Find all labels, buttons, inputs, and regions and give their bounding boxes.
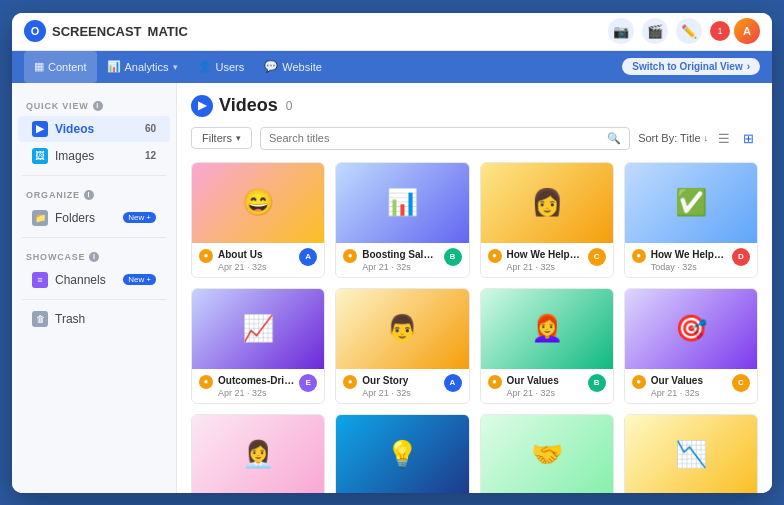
video-date: Apr 21 · 32s (362, 262, 438, 272)
video-avatar: C (732, 374, 750, 392)
organize-info-icon[interactable]: i (84, 190, 94, 200)
app-logo: O SCREENCAST MATIC (24, 20, 188, 42)
videos-count-badge: 60 (145, 123, 156, 134)
video-thumbnail: 👩‍💼 (192, 415, 324, 493)
video-date: Apr 21 · 32s (651, 388, 727, 398)
sidebar-folders-label: Folders (55, 211, 95, 225)
video-title: Our Values (507, 374, 583, 387)
switch-view-button[interactable]: Switch to Original View › (622, 58, 760, 75)
sidebar-trash-label: Trash (55, 312, 85, 326)
video-status-icon: ● (488, 375, 502, 389)
video-title: How We Helped X&Co (651, 248, 727, 261)
video-meta: Outcomes-Driven Ap... Apr 21 · 32s (218, 374, 294, 398)
video-thumbnail: 📊 (336, 163, 468, 243)
nav-content-label: Content (48, 61, 87, 73)
video-thumbnail: 🎯 (625, 289, 757, 369)
video-status-icon: ● (199, 375, 213, 389)
nav-users-label: Users (216, 61, 245, 73)
video-status-icon: ● (632, 375, 646, 389)
video-info: ● How We Helped X&Co Today · 32s D (625, 243, 757, 277)
video-date: Today · 32s (651, 262, 727, 272)
search-input[interactable] (269, 132, 601, 144)
folders-new-badge: New + (123, 212, 156, 223)
video-thumbnail: 👩‍🦰 (481, 289, 613, 369)
user-avatar[interactable]: A (734, 18, 760, 44)
showcase-info-icon[interactable]: i (89, 252, 99, 262)
quick-view-info-icon[interactable]: i (93, 101, 103, 111)
sidebar-item-images[interactable]: 🖼 Images 12 (18, 143, 170, 169)
video-card[interactable]: 👩‍🦰 ● Our Values Apr 21 · 32s B (480, 288, 614, 404)
content-area: ▶ Videos 0 Filters ▾ 🔍 Sort By: Title (177, 83, 772, 493)
video-meta: About Us Apr 21 · 32s (218, 248, 294, 272)
camera-icon[interactable]: 📷 (608, 18, 634, 44)
video-icon[interactable]: 🎬 (642, 18, 668, 44)
sort-direction-icon: ↓ (704, 133, 709, 143)
nav-item-analytics[interactable]: 📊 Analytics ▾ (97, 51, 188, 83)
video-thumbnail: 👨 (336, 289, 468, 369)
sidebar-item-channels[interactable]: ≡ Channels New + (18, 267, 170, 293)
nav-analytics-label: Analytics (125, 61, 169, 73)
video-date: Apr 21 · 32s (218, 262, 294, 272)
app-name-2: MATIC (148, 24, 188, 39)
content-title-icon: ▶ (191, 95, 213, 117)
list-view-icon[interactable]: ☰ (714, 128, 734, 148)
filter-label: Filters (202, 132, 232, 144)
video-info: ● Boosting Sales: X&Co Apr 21 · 32s B (336, 243, 468, 277)
video-title: Our Story (362, 374, 438, 387)
sort-label[interactable]: Sort By: Title ↓ (638, 132, 708, 144)
grid-view-icon[interactable]: ⊞ (738, 128, 758, 148)
channels-icon: ≡ (32, 272, 48, 288)
nav-bar-right: Switch to Original View › (622, 58, 760, 75)
organize-label: ORGANIZE i (12, 182, 176, 204)
video-meta: How We Helped X&Co Today · 32s (651, 248, 727, 272)
video-status-icon: ● (343, 375, 357, 389)
plus-icon-2: + (146, 275, 151, 284)
sidebar-item-trash[interactable]: 🗑 Trash (18, 306, 170, 332)
video-thumbnail: 🤝 (481, 415, 613, 493)
title-bar: O SCREENCAST MATIC 📷 🎬 ✏️ 1 A (12, 13, 772, 51)
video-card[interactable]: 👨 ● Our Story Apr 21 · 32s A (335, 288, 469, 404)
video-card[interactable]: ✅ ● How We Helped X&Co Today · 32s D (624, 162, 758, 278)
video-card[interactable]: 🤝 ● The Numbers: Young... Apr 21 · 32s A (480, 414, 614, 493)
sidebar-videos-label: Videos (55, 122, 94, 136)
video-card[interactable]: 📊 ● Boosting Sales: X&Co Apr 21 · 32s B (335, 162, 469, 278)
filters-button[interactable]: Filters ▾ (191, 127, 252, 149)
sidebar-divider-3 (22, 299, 166, 300)
video-grid: 😄 ● About Us Apr 21 · 32s A 📊 ● Boosting… (191, 162, 758, 493)
video-date: Apr 21 · 32s (507, 388, 583, 398)
edit-icon[interactable]: ✏️ (676, 18, 702, 44)
nav-item-website[interactable]: 💬 Website (254, 51, 332, 83)
search-icon: 🔍 (607, 132, 621, 145)
video-avatar: A (444, 374, 462, 392)
video-card[interactable]: 😄 ● About Us Apr 21 · 32s A (191, 162, 325, 278)
sidebar-divider-2 (22, 237, 166, 238)
images-icon: 🖼 (32, 148, 48, 164)
notification-badge[interactable]: 1 (710, 21, 730, 41)
video-title: How We Helped X&Co (507, 248, 583, 261)
video-card[interactable]: 📉 ● The Numbers: Young... Apr 21 · 32s B (624, 414, 758, 493)
plus-icon: + (146, 213, 151, 222)
video-meta: Our Values Apr 21 · 32s (507, 374, 583, 398)
nav-item-users[interactable]: 👤 Users (188, 51, 255, 83)
video-card[interactable]: 💡 ● Sales Lift: Merriweather... Apr 21 ·… (335, 414, 469, 493)
nav-website-label: Website (282, 61, 322, 73)
sidebar-item-folders[interactable]: 📁 Folders New + (18, 205, 170, 231)
video-status-icon: ● (488, 249, 502, 263)
video-info: ● About Us Apr 21 · 32s A (192, 243, 324, 277)
sidebar: QUICK VIEW i ▶ Videos 60 🖼 Images 12 ORG… (12, 83, 177, 493)
sidebar-item-videos[interactable]: ▶ Videos 60 (18, 116, 170, 142)
video-info: ● Our Story Apr 21 · 32s A (336, 369, 468, 403)
video-thumbnail: 📈 (192, 289, 324, 369)
chevron-down-icon: ▾ (236, 133, 241, 143)
video-thumbnail: 📉 (625, 415, 757, 493)
nav-item-content[interactable]: ▦ Content (24, 51, 97, 83)
video-card[interactable]: 📈 ● Outcomes-Driven Ap... Apr 21 · 32s E (191, 288, 325, 404)
video-title: Boosting Sales: X&Co (362, 248, 438, 261)
sidebar-images-label: Images (55, 149, 94, 163)
video-card[interactable]: 👩 ● How We Helped X&Co Apr 21 · 32s C (480, 162, 614, 278)
video-card[interactable]: 👩‍💼 ● Principles We Stand By... Apr 21 ·… (191, 414, 325, 493)
video-card[interactable]: 🎯 ● Our Values Apr 21 · 32s C (624, 288, 758, 404)
content-icon: ▦ (34, 60, 44, 73)
content-title: ▶ Videos 0 (191, 95, 292, 117)
content-header: ▶ Videos 0 (191, 95, 758, 117)
